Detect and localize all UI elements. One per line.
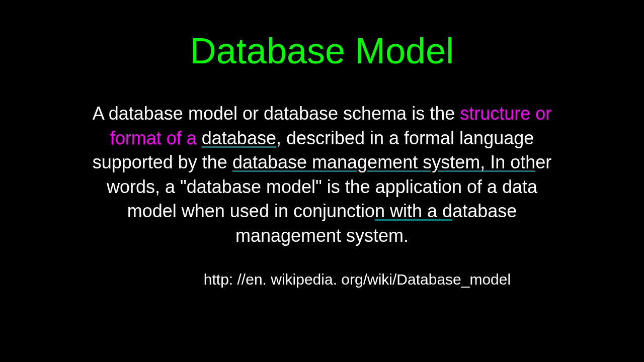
slide-title: Database Model [0,30,644,71]
body-text-1: A database model or database schema is t… [93,103,460,124]
slide-body: A database model or database schema is t… [86,102,558,248]
link-with-a-d[interactable]: n with a d [375,201,452,221]
link-database[interactable]: database [202,128,276,148]
link-dbms[interactable]: database management system, In oth [232,152,535,172]
source-url: http: //en. wikipedia. org/wiki/Database… [0,271,644,288]
slide: Database Model A database model or datab… [0,0,644,362]
